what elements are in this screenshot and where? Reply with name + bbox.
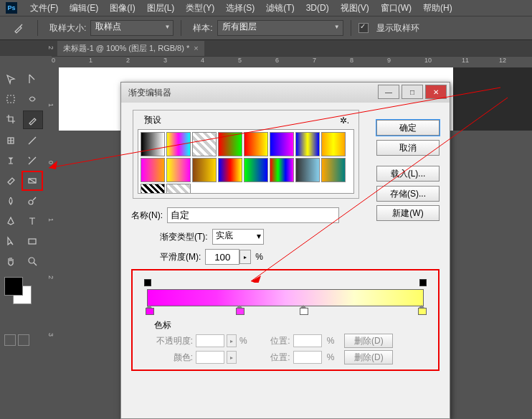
- preset-swatch[interactable]: [141, 158, 165, 182]
- color-stop-2[interactable]: [236, 305, 243, 315]
- sample-size-select[interactable]: 取样点: [90, 20, 174, 36]
- preset-swatch[interactable]: [270, 158, 294, 182]
- menu-item[interactable]: 编辑(E): [64, 2, 104, 14]
- position2-field[interactable]: [293, 351, 322, 364]
- preset-swatch[interactable]: [270, 132, 294, 156]
- minimize-button[interactable]: —: [378, 85, 399, 99]
- sample-size-label: 取样大小:: [49, 22, 86, 34]
- preset-swatch[interactable]: [321, 132, 346, 156]
- preset-swatch[interactable]: [166, 184, 191, 194]
- gradient-track[interactable]: [140, 279, 431, 315]
- history-brush-tool[interactable]: [23, 152, 42, 169]
- color-label: 颜色:: [153, 352, 193, 364]
- fg-color[interactable]: [4, 277, 23, 296]
- svg-point-4: [29, 200, 33, 204]
- show-ring-checkbox[interactable]: [358, 23, 369, 33]
- dialog-title: 渐变编辑器: [128, 87, 171, 99]
- crop-tool[interactable]: [1, 110, 20, 128]
- ok-button[interactable]: 确定: [376, 120, 440, 136]
- move-tool[interactable]: [1, 70, 20, 88]
- opacity-field[interactable]: [196, 334, 224, 347]
- pct-label: %: [255, 252, 263, 262]
- preset-swatch[interactable]: [244, 132, 268, 156]
- presets-menu-icon[interactable]: ✲.: [340, 116, 349, 126]
- position-field[interactable]: [293, 334, 322, 347]
- hand-tool[interactable]: [1, 253, 20, 270]
- svg-point-6: [29, 258, 34, 263]
- screenmode-toggle[interactable]: [18, 334, 29, 346]
- color-stop-3[interactable]: [300, 305, 307, 315]
- preset-swatch[interactable]: [295, 158, 320, 182]
- tab-close-icon[interactable]: ×: [194, 44, 198, 52]
- path-select-tool[interactable]: [1, 232, 20, 250]
- preset-swatch[interactable]: [192, 158, 217, 182]
- menu-item[interactable]: 窗口(W): [375, 2, 417, 14]
- blur-tool[interactable]: [1, 192, 20, 210]
- close-button[interactable]: ✕: [425, 85, 447, 99]
- dialog-titlebar[interactable]: 渐变编辑器 — □ ✕: [121, 83, 450, 103]
- save-button[interactable]: 存储(S)...: [376, 186, 440, 202]
- zoom-tool[interactable]: [23, 253, 42, 270]
- document-tab[interactable]: 未标题-1 @ 100% (图层 1, RGB/8) * ×: [57, 41, 204, 56]
- quickmask-toggle[interactable]: [4, 334, 16, 346]
- eyedropper-icon: [13, 22, 24, 34]
- preset-swatch[interactable]: [141, 132, 165, 156]
- menu-item[interactable]: 图像(I): [104, 2, 141, 14]
- preset-swatch[interactable]: [295, 132, 320, 156]
- gradient-tool[interactable]: [23, 172, 42, 189]
- menu-item[interactable]: 帮助(H): [417, 2, 458, 14]
- eyedropper-tool[interactable]: [23, 110, 43, 129]
- brush-tool[interactable]: [23, 132, 42, 149]
- document-tabs: 未标题-1 @ 100% (图层 1, RGB/8) * ×: [0, 40, 532, 56]
- smoothness-input[interactable]: [205, 249, 239, 265]
- shape-tool[interactable]: [23, 232, 42, 250]
- dodge-tool[interactable]: [23, 192, 42, 210]
- preset-grid[interactable]: [138, 129, 354, 194]
- color-stop-1[interactable]: [146, 305, 153, 315]
- preset-swatch[interactable]: [218, 132, 242, 156]
- lasso-tool[interactable]: [23, 90, 42, 108]
- menu-item[interactable]: 视图(V): [335, 2, 375, 14]
- svg-line-3: [29, 179, 36, 183]
- type-tool[interactable]: [23, 212, 42, 230]
- menu-item[interactable]: 3D(D): [300, 3, 335, 13]
- arrow-tool[interactable]: [23, 70, 42, 88]
- preset-swatch[interactable]: [192, 132, 217, 156]
- opacity-stepper[interactable]: ▸: [227, 334, 237, 347]
- name-input[interactable]: [167, 207, 339, 223]
- color-stop-4[interactable]: [418, 305, 425, 315]
- preset-swatch[interactable]: [166, 132, 191, 156]
- maximize-button[interactable]: □: [402, 85, 423, 99]
- color-field[interactable]: [196, 351, 224, 364]
- svg-rect-0: [7, 95, 14, 103]
- menu-item[interactable]: 滤镜(T): [260, 2, 300, 14]
- gradient-bar[interactable]: [147, 289, 424, 306]
- sample-layers-select[interactable]: 所有图层: [217, 20, 343, 36]
- opacity-stop-left[interactable]: [144, 279, 151, 288]
- preset-swatch[interactable]: [321, 158, 346, 182]
- menu-item[interactable]: 文件(F): [24, 2, 64, 14]
- preset-swatch[interactable]: [166, 158, 191, 182]
- marquee-tool[interactable]: [1, 90, 20, 108]
- opacity-stop-right[interactable]: [419, 279, 427, 288]
- menu-item[interactable]: 类型(Y): [180, 2, 220, 14]
- gradient-type-select[interactable]: 实底: [212, 229, 264, 245]
- preset-swatch[interactable]: [218, 158, 242, 182]
- preset-swatch[interactable]: [244, 158, 268, 182]
- load-button[interactable]: 载入(L)...: [376, 166, 440, 182]
- eraser-tool[interactable]: [1, 172, 20, 189]
- stamp-tool[interactable]: [1, 152, 20, 169]
- cancel-button[interactable]: 取消: [376, 140, 440, 156]
- delete-color-stop-button[interactable]: 删除(D): [344, 350, 393, 364]
- presets-label: 预设: [142, 114, 163, 126]
- menu-item[interactable]: 图层(L): [141, 2, 181, 14]
- smoothness-stepper[interactable]: ▸: [239, 250, 251, 264]
- menu-item[interactable]: 选择(S): [220, 2, 260, 14]
- color-swatches[interactable]: [4, 277, 33, 306]
- delete-opacity-stop-button[interactable]: 删除(D): [344, 334, 393, 348]
- preset-swatch[interactable]: [141, 184, 165, 194]
- healing-tool[interactable]: [1, 132, 20, 149]
- color-stepper[interactable]: ▸: [227, 351, 237, 364]
- pen-tool[interactable]: [1, 212, 20, 230]
- new-button[interactable]: 新建(W): [376, 205, 440, 221]
